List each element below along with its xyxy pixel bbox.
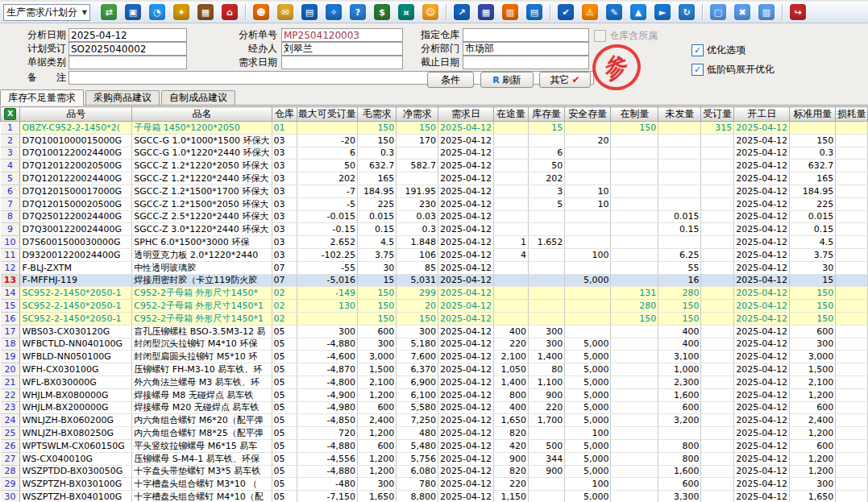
cell-std-usage[interactable] xyxy=(790,122,836,135)
warehouse-input[interactable] xyxy=(463,28,589,42)
cell-safety-stock[interactable]: 5,000 xyxy=(565,491,611,502)
cell-demand-date[interactable]: 2025-04-12 xyxy=(438,172,494,185)
cell-unshipped[interactable] xyxy=(658,160,701,172)
cell-stock[interactable]: 1.652 xyxy=(529,236,565,249)
cell-start-date[interactable]: 2025-04-12 xyxy=(734,375,790,388)
cell-max-orderable[interactable]: -4,600 xyxy=(297,351,358,363)
cell-net-demand[interactable]: 300 xyxy=(397,325,438,338)
cell-net-demand[interactable]: 7,600 xyxy=(397,351,438,363)
cell-in-transit[interactable]: 820 xyxy=(494,427,529,440)
cell-net-demand[interactable]: 480 xyxy=(397,427,438,440)
cell-warehouse[interactable]: 07 xyxy=(272,261,297,274)
cell-wip[interactable] xyxy=(611,427,658,440)
cell-net-demand[interactable]: 85 xyxy=(397,261,438,274)
cell-loss[interactable] xyxy=(836,351,868,363)
cell-start-date[interactable]: 2025-04-12 xyxy=(734,197,790,210)
cell-in-transit[interactable]: 820 xyxy=(494,465,529,478)
cell-item-no[interactable]: SC952-2-1450*2050-1 xyxy=(20,312,132,325)
table-row[interactable]: 14SC952-2-1450*2050-1C952-2子母箱 外形尺寸1450*… xyxy=(1,287,868,300)
cell-in-transit[interactable] xyxy=(494,197,529,210)
row-number[interactable]: 15 xyxy=(1,300,20,313)
cell-warehouse[interactable]: 05 xyxy=(272,491,297,502)
cell-demand-date[interactable]: 2025-04-12 xyxy=(438,465,494,478)
cell-item-name[interactable]: 焊接用密封胶（卡立119防火胶 xyxy=(132,274,272,287)
cell-unshipped[interactable]: 400 xyxy=(658,325,701,338)
cell-start-date[interactable]: 2025-04-12 xyxy=(734,210,790,223)
cell-in-transit[interactable] xyxy=(494,300,529,313)
cell-loss[interactable] xyxy=(836,375,868,388)
table-row[interactable]: 10D7S6001500030000GSPHC 6.0*1500*3000 环保… xyxy=(1,236,868,249)
table-row[interactable]: 23WHJLM-BX200000G焊接螺母 M20 无碰焊点 易车铁05-4,9… xyxy=(1,401,868,414)
cell-loss[interactable] xyxy=(836,388,868,401)
cell-max-orderable[interactable]: -4,980 xyxy=(297,401,358,414)
workflow-icon[interactable]: ⇄ xyxy=(101,4,117,20)
cell-stock[interactable] xyxy=(529,300,565,313)
cell-net-demand[interactable]: 230 xyxy=(397,197,438,210)
cell-item-no[interactable]: WHJLM-BX200000G xyxy=(20,401,132,414)
cell-stock[interactable]: 300 xyxy=(529,338,565,351)
cell-demand-date[interactable]: 2025-04-12 xyxy=(438,452,494,465)
cell-net-demand[interactable]: 299 xyxy=(397,287,438,300)
row-number[interactable]: 20 xyxy=(1,363,20,376)
low-level-code-optimize-checkbox[interactable]: ✓ 低阶码展开优化 xyxy=(691,63,775,77)
cell-unshipped[interactable]: 150 xyxy=(658,312,701,325)
cell-std-usage[interactable]: 15 xyxy=(790,274,836,287)
cell-in-transit[interactable]: 1,650 xyxy=(494,414,529,427)
row-number[interactable]: 24 xyxy=(1,414,20,427)
cell-std-usage[interactable]: 1,650 xyxy=(790,491,836,502)
cell-in-transit[interactable] xyxy=(494,147,529,160)
cell-std-usage[interactable]: 0.15 xyxy=(790,223,836,236)
cell-safety-stock[interactable]: 20 xyxy=(565,134,611,147)
cell-unshipped[interactable]: 2,300 xyxy=(658,375,701,388)
cell-warehouse[interactable]: 05 xyxy=(272,375,297,388)
home-icon[interactable]: ⌂ xyxy=(222,4,238,20)
row-number[interactable]: 9 xyxy=(1,223,20,236)
col-demand-date-header[interactable]: 需求日 xyxy=(438,107,494,122)
cell-safety-stock[interactable]: 5,000 xyxy=(565,439,611,452)
cell-std-usage[interactable]: 184.95 xyxy=(790,185,836,197)
cell-stock[interactable]: 50 xyxy=(529,160,565,172)
cell-std-usage[interactable]: 300 xyxy=(790,338,836,351)
cell-item-name[interactable]: SGCC-Z 1.2*1220*2440 环保大 xyxy=(132,172,272,185)
cell-stock[interactable]: 344 xyxy=(529,452,565,465)
cell-start-date[interactable]: 2025-04-12 xyxy=(734,439,790,452)
cell-wip[interactable] xyxy=(611,236,658,249)
cell-gross-demand[interactable]: 2,100 xyxy=(358,375,397,388)
cell-item-name[interactable]: 中性透明玻璃胶 xyxy=(132,261,272,274)
cell-std-usage[interactable]: 4.5 xyxy=(790,236,836,249)
cell-gross-demand[interactable]: 15 xyxy=(358,274,397,287)
cell-std-usage[interactable]: 300 xyxy=(790,478,836,491)
cell-wip[interactable] xyxy=(611,388,658,401)
cell-safety-stock[interactable] xyxy=(565,261,611,274)
cell-safety-stock[interactable]: 10 xyxy=(565,185,611,197)
analysis-date-input[interactable] xyxy=(69,28,187,42)
cell-safety-stock[interactable]: 100 xyxy=(565,478,611,491)
checkbox-box[interactable]: ✓ xyxy=(691,64,704,76)
cell-start-date[interactable]: 2025-04-12 xyxy=(734,261,790,274)
cell-safety-stock[interactable] xyxy=(565,172,611,185)
cell-std-usage[interactable]: 3.75 xyxy=(790,248,836,261)
cell-std-usage[interactable]: 1,200 xyxy=(790,388,836,401)
cell-warehouse[interactable]: 03 xyxy=(272,223,297,236)
cell-in-transit[interactable] xyxy=(494,287,529,300)
cell-wip[interactable] xyxy=(611,465,658,478)
cell-unshipped[interactable]: 6.25 xyxy=(658,248,701,261)
cell-safety-stock[interactable] xyxy=(565,325,611,338)
cell-demand-date[interactable]: 2025-04-12 xyxy=(438,248,494,261)
cell-stock[interactable] xyxy=(529,261,565,274)
cell-loss[interactable] xyxy=(836,491,868,502)
doc-type-input[interactable] xyxy=(69,56,187,69)
cell-warehouse[interactable]: 03 xyxy=(272,185,297,197)
cell-max-orderable[interactable]: -4,900 xyxy=(297,388,358,401)
cell-std-usage[interactable]: 30 xyxy=(790,261,836,274)
cell-std-usage[interactable]: 600 xyxy=(790,401,836,414)
cell-item-no[interactable]: D7Q1201220020500G xyxy=(20,160,132,172)
cell-stock[interactable] xyxy=(529,210,565,223)
cell-in-transit[interactable]: 420 xyxy=(494,439,529,452)
cell-item-name[interactable]: 内六角组合螺钉 M8*25（配平弹 xyxy=(132,427,272,440)
cell-item-no[interactable]: WNLJZH-BX060200G xyxy=(20,414,132,427)
cell-safety-stock[interactable]: 5,000 xyxy=(565,274,611,287)
row-number[interactable]: 12 xyxy=(1,261,20,274)
cell-wip[interactable] xyxy=(611,172,658,185)
cell-unshipped[interactable] xyxy=(658,427,701,440)
